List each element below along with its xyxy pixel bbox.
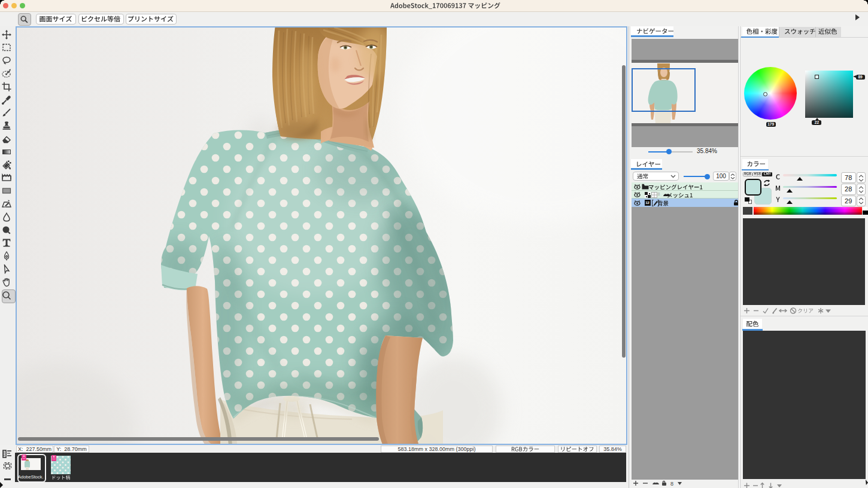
svg-text:8: 8: [670, 481, 673, 487]
